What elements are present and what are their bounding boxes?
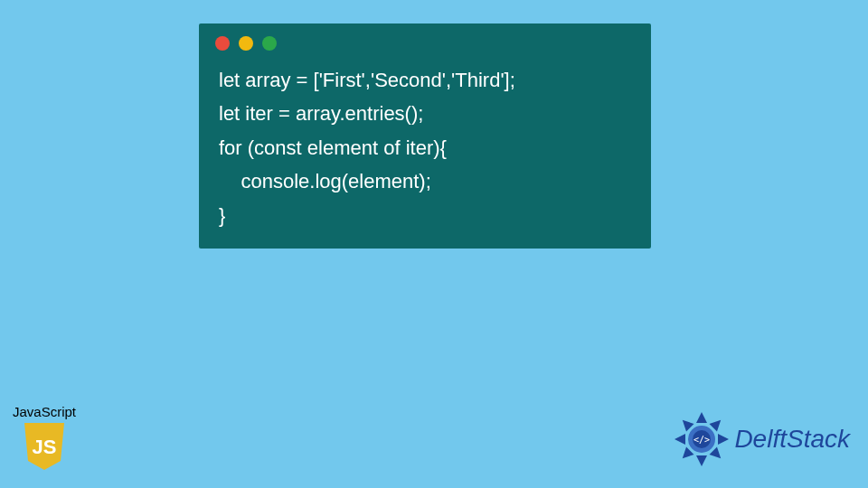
code-line: let iter = array.entries(); [219, 102, 423, 125]
code-line: } [219, 204, 225, 227]
svg-marker-4 [710, 417, 725, 432]
code-window: let array = ['First','Second','Third']; … [199, 23, 651, 249]
javascript-badge: JavaScript JS [13, 404, 76, 472]
brand-logo-icon: </> [673, 410, 731, 468]
svg-marker-7 [710, 446, 725, 462]
svg-marker-1 [696, 455, 707, 466]
code-line: console.log(element); [219, 170, 431, 192]
brand-name: DelftStack [734, 425, 850, 454]
maximize-icon [262, 36, 277, 51]
code-line: for (const element of iter){ [219, 136, 447, 159]
close-icon [215, 36, 230, 51]
svg-marker-6 [679, 417, 694, 432]
brand: </> DelftStack [673, 410, 850, 468]
svg-marker-2 [675, 434, 685, 445]
javascript-shield-icon: JS [22, 421, 67, 472]
window-titlebar [199, 23, 651, 58]
shield-text: JS [33, 436, 57, 458]
javascript-label: JavaScript [13, 404, 76, 419]
svg-marker-0 [696, 412, 707, 423]
svg-marker-3 [718, 434, 729, 445]
svg-marker-5 [679, 446, 694, 462]
minimize-icon [239, 36, 253, 51]
code-line: let array = ['First','Second','Third']; [219, 69, 515, 91]
code-block: let array = ['First','Second','Third']; … [199, 58, 651, 232]
svg-text:</>: </> [693, 435, 710, 445]
